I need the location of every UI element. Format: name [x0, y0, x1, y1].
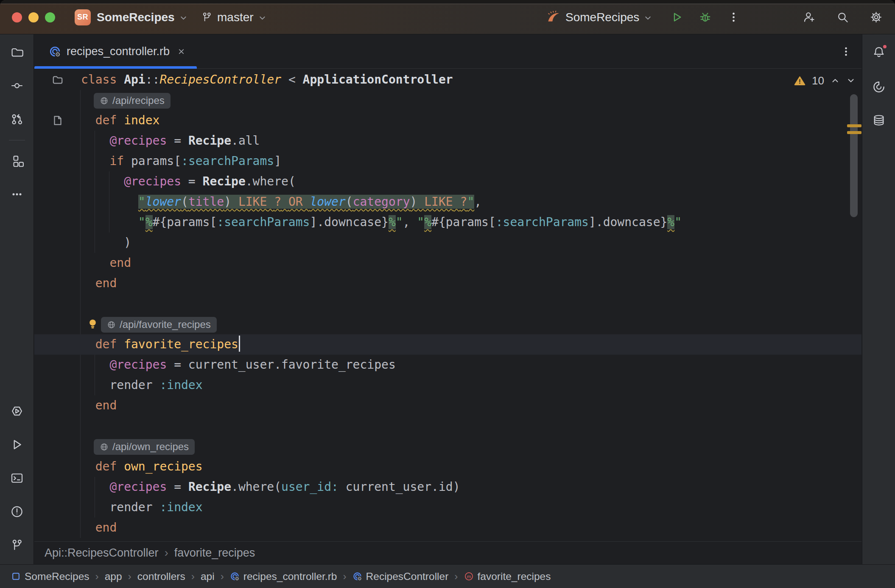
status-item-label: favorite_recipes	[478, 571, 551, 582]
rails-run-config-icon	[546, 10, 560, 24]
status-separator: ›	[95, 571, 99, 582]
run-tool-button[interactable]	[10, 438, 24, 451]
code-line[interactable]: end	[34, 518, 861, 538]
close-tab-icon[interactable]	[177, 47, 186, 56]
branch-icon	[201, 11, 213, 23]
code-line[interactable]: @recipes = current_user.favorite_recipes	[34, 355, 861, 375]
route-chip[interactable]: /api/recipes	[94, 93, 171, 109]
route-chip-line[interactable]: /api/own_recipes	[34, 436, 861, 456]
rails-related-file-icon[interactable]	[51, 114, 64, 127]
status-item[interactable]: RecipesController	[352, 571, 449, 582]
next-warning-button[interactable]	[846, 76, 856, 85]
tab-title: recipes_controller.rb	[67, 45, 170, 58]
terminal-tool-button[interactable]	[10, 471, 24, 485]
text-caret	[239, 336, 240, 352]
notifications-button[interactable]	[872, 45, 886, 60]
status-item[interactable]: app	[105, 571, 122, 582]
code-line[interactable]: render :index	[34, 497, 861, 518]
code-line[interactable]: def favorite_recipes	[34, 334, 861, 355]
code-line[interactable]: )	[34, 232, 861, 253]
code-line[interactable]: render :index	[34, 375, 861, 395]
project-tool-button[interactable]	[10, 45, 24, 59]
ai-icon	[872, 80, 886, 94]
ai-assistant-button[interactable]	[872, 80, 886, 94]
code-line[interactable]: class Api::RecipesController < Applicati…	[34, 70, 861, 90]
code-line[interactable]: end	[34, 395, 861, 416]
warning-icon	[794, 75, 806, 87]
code-line[interactable]: @recipes = Recipe.where(user_id: current…	[34, 477, 861, 497]
code-line[interactable]: "lower(title) LIKE ? OR lower(category) …	[34, 192, 861, 212]
editor-scrollbar[interactable]	[850, 94, 858, 217]
status-separator: ›	[221, 571, 224, 582]
chevron-down-icon	[846, 76, 856, 85]
folder-icon	[10, 45, 24, 59]
version-control-tool-button[interactable]	[10, 538, 24, 552]
previous-warning-button[interactable]	[831, 76, 840, 85]
route-chip-line[interactable]: /api/favorite_recipes	[34, 314, 861, 334]
tab-options-button[interactable]	[840, 45, 852, 59]
play-icon	[670, 11, 683, 24]
run-config-name: SomeRecipes	[565, 11, 639, 24]
globe-icon	[100, 96, 109, 105]
status-item[interactable]: SomeRecipes	[11, 571, 90, 582]
status-item-label: RecipesController	[366, 571, 449, 582]
code-line[interactable]	[34, 294, 861, 314]
left-tool-strip-top	[9, 34, 25, 221]
problems-tool-button[interactable]	[10, 505, 24, 518]
rails-controller-icon	[352, 571, 362, 581]
route-chip[interactable]: /api/favorite_recipes	[101, 317, 217, 333]
warning-stripe-mark[interactable]	[847, 124, 861, 127]
code-line[interactable]: def own_recipes	[34, 456, 861, 477]
project-avatar: SR	[75, 9, 91, 25]
code-line[interactable]: if params[:searchParams]	[34, 151, 861, 171]
globe-icon	[107, 320, 116, 329]
status-item[interactable]: api	[201, 571, 215, 582]
settings-button[interactable]	[870, 11, 883, 24]
inspections-widget[interactable]: 10	[794, 72, 856, 90]
user-add-icon	[803, 11, 816, 24]
rails-related-views-icon[interactable]	[51, 73, 64, 86]
structure-tool-button[interactable]	[10, 154, 24, 168]
code-line[interactable]: end	[34, 273, 861, 294]
services-tool-button[interactable]	[10, 404, 24, 418]
status-item[interactable]: mfavorite_recipes	[464, 571, 551, 582]
globe-icon	[100, 442, 109, 451]
tab-recipes-controller[interactable]: recipes_controller.rb	[34, 34, 197, 68]
project-widget[interactable]: SR SomeRecipes	[75, 0, 188, 34]
breadcrumb-item[interactable]: favorite_recipes	[174, 546, 255, 560]
run-config-widget[interactable]: SomeRecipes	[546, 0, 652, 34]
more-tools-button[interactable]	[10, 188, 24, 201]
commit-tool-button[interactable]	[10, 79, 24, 92]
debug-button[interactable]	[699, 11, 712, 24]
run-button[interactable]	[670, 11, 683, 24]
status-item[interactable]: recipes_controller.rb	[230, 571, 337, 582]
code-line[interactable]: @recipes = Recipe.where(	[34, 171, 861, 192]
intention-bulb-icon[interactable]	[87, 318, 98, 329]
warning-stripe-mark[interactable]	[847, 131, 861, 134]
code-line[interactable]: "%#{params[:searchParams].downcase}%", "…	[34, 212, 861, 232]
code-line[interactable]: def index	[34, 110, 861, 131]
close-window-button[interactable]	[12, 12, 22, 22]
zoom-window-button[interactable]	[45, 12, 55, 22]
route-chip-line[interactable]: /api/recipes	[34, 90, 861, 110]
more-actions-button[interactable]	[727, 11, 740, 24]
status-item[interactable]: controllers	[137, 571, 185, 582]
branch-name: master	[217, 11, 254, 24]
pull-requests-tool-button[interactable]	[10, 112, 24, 126]
status-item-label: controllers	[137, 571, 185, 582]
code-line[interactable]: @recipes = Recipe.all	[34, 131, 861, 151]
database-button[interactable]	[872, 114, 886, 127]
route-chip[interactable]: /api/own_recipes	[94, 439, 195, 455]
code-with-me-button[interactable]	[803, 11, 816, 24]
editor[interactable]: class Api::RecipesController < Applicati…	[34, 69, 861, 541]
code-line[interactable]: end	[34, 253, 861, 273]
status-bar: SomeRecipes›app›controllers›api›recipes_…	[0, 564, 895, 588]
route-chip-label: /api/favorite_recipes	[120, 314, 211, 335]
branch-widget[interactable]: master	[201, 0, 267, 34]
breadcrumb-item[interactable]: Api::RecipesController	[45, 546, 159, 560]
ide-window: SR SomeRecipes master SomeRecipes recipe…	[0, 0, 895, 588]
search-everywhere-button[interactable]	[836, 11, 849, 24]
code-line[interactable]	[34, 416, 861, 436]
git-branch-icon	[10, 538, 24, 552]
minimize-window-button[interactable]	[28, 12, 39, 22]
